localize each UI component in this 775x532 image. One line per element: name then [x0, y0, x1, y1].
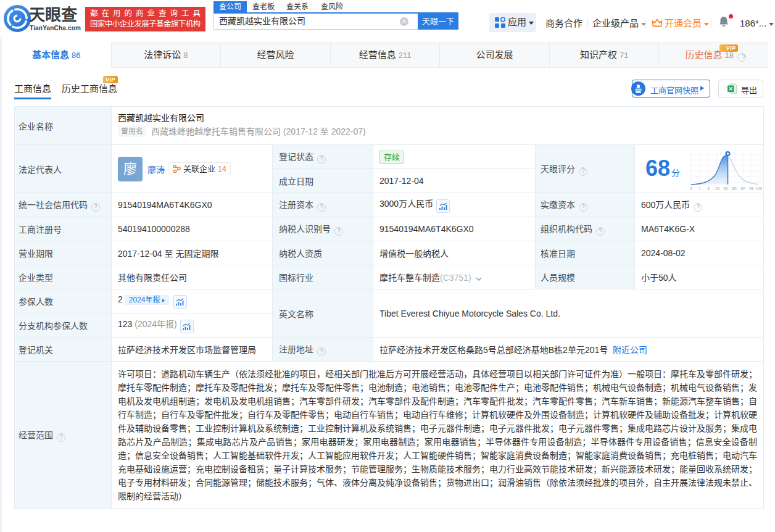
svg-text:1: 1	[698, 186, 701, 191]
svg-text:3: 3	[707, 186, 710, 191]
svg-text:0: 0	[690, 186, 692, 191]
svg-text:50: 50	[723, 186, 728, 191]
svg-text:85: 85	[732, 186, 737, 191]
svg-text:97: 97	[740, 186, 745, 191]
svg-text:15: 15	[715, 186, 719, 191]
svg-text:99: 99	[749, 186, 754, 191]
svg-text:100: 100	[756, 186, 762, 191]
